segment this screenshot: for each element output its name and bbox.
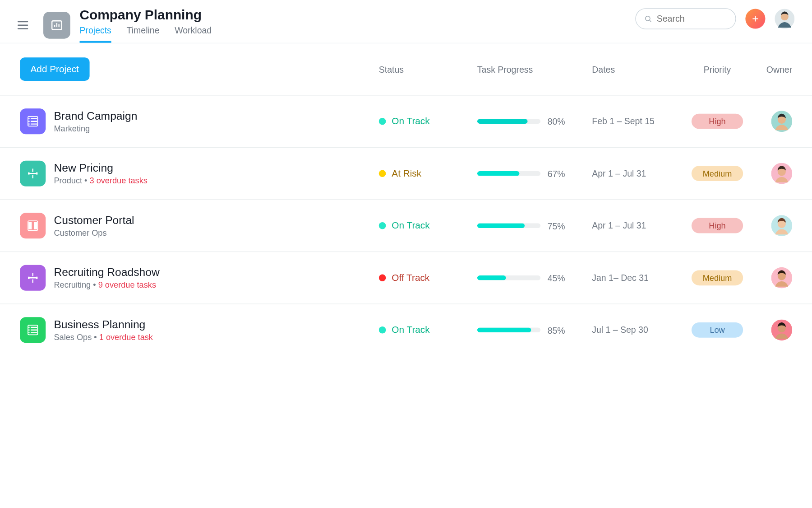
progress-cell: 45% <box>477 273 592 283</box>
overdue-warning: 3 overdue tasks <box>90 176 148 185</box>
owner-avatar[interactable] <box>771 215 792 236</box>
owner-avatar[interactable] <box>771 163 792 184</box>
priority-pill: High <box>692 218 743 233</box>
col-dates-header: Dates <box>592 64 680 74</box>
project-category: Sales Ops <box>54 332 92 342</box>
status-cell: On Track <box>379 116 477 126</box>
status-cell: At Risk <box>379 168 477 179</box>
project-icon <box>20 213 46 238</box>
status-label: On Track <box>392 116 429 126</box>
dates-cell: Jan 1– Dec 31 <box>592 273 649 283</box>
progress-bar <box>477 119 540 123</box>
header: Company Planning ProjectsTimelineWorkloa… <box>0 0 812 43</box>
status-dot-icon <box>379 170 386 177</box>
add-project-button[interactable]: Add Project <box>20 57 89 81</box>
portfolio-icon[interactable] <box>43 11 70 38</box>
project-row[interactable]: Customer PortalCustomer OpsOn Track75%Ap… <box>0 200 812 252</box>
progress-value: 75% <box>548 221 565 231</box>
svg-point-1 <box>646 16 650 20</box>
col-status-header: Status <box>379 64 477 74</box>
progress-value: 85% <box>548 325 565 335</box>
project-icon <box>20 317 46 343</box>
status-label: On Track <box>392 220 429 231</box>
project-row[interactable]: New PricingProduct • 3 overdue tasksAt R… <box>0 148 812 200</box>
progress-bar <box>477 275 540 280</box>
project-glyph-icon <box>26 271 39 284</box>
dates-cell: Feb 1 – Sept 15 <box>592 116 655 126</box>
project-glyph-icon <box>26 115 39 128</box>
progress-cell: 85% <box>477 325 592 335</box>
status-cell: On Track <box>379 325 477 335</box>
status-label: At Risk <box>392 168 421 179</box>
project-row[interactable]: Business PlanningSales Ops • 1 overdue t… <box>0 304 812 355</box>
project-name: Customer Portal <box>54 214 378 227</box>
project-category: Customer Ops <box>54 228 106 238</box>
project-icon <box>20 265 46 291</box>
tab-projects[interactable]: Projects <box>80 25 111 43</box>
overdue-warning: 1 overdue task <box>99 332 153 342</box>
project-row[interactable]: Recruiting RoadshowRecruiting • 9 overdu… <box>0 252 812 304</box>
project-category: Recruiting <box>54 280 91 289</box>
col-owner-header: Owner <box>755 64 792 74</box>
status-label: On Track <box>392 325 429 335</box>
project-name: Business Planning <box>54 318 378 331</box>
project-name: Recruiting Roadshow <box>54 266 378 279</box>
project-icon <box>20 161 46 186</box>
status-label: Off Track <box>392 273 429 283</box>
status-dot-icon <box>379 118 386 125</box>
project-name: Brand Campaign <box>54 110 378 123</box>
search-input[interactable] <box>657 14 727 23</box>
progress-bar <box>477 328 540 332</box>
project-category: Product <box>54 176 82 185</box>
priority-pill: Medium <box>692 166 743 181</box>
owner-avatar[interactable] <box>771 267 792 289</box>
status-cell: On Track <box>379 220 477 231</box>
project-glyph-icon <box>26 219 39 232</box>
progress-bar <box>477 171 540 176</box>
project-icon <box>20 108 46 134</box>
progress-cell: 80% <box>477 117 592 126</box>
plus-icon <box>751 14 760 23</box>
user-avatar[interactable] <box>775 9 794 28</box>
dates-cell: Jul 1 – Sep 30 <box>592 325 648 335</box>
owner-avatar[interactable] <box>771 319 792 340</box>
owner-avatar[interactable] <box>771 111 792 132</box>
priority-pill: Low <box>692 322 743 338</box>
columns-header: Add Project Status Task Progress Dates P… <box>0 43 812 96</box>
add-button[interactable] <box>745 9 765 28</box>
tab-timeline[interactable]: Timeline <box>127 25 160 43</box>
page-title: Company Planning <box>80 7 636 23</box>
project-glyph-icon <box>26 167 39 180</box>
dates-cell: Apr 1 – Jul 31 <box>592 220 646 230</box>
progress-value: 45% <box>548 273 565 283</box>
overdue-warning: 9 overdue tasks <box>98 280 156 289</box>
progress-cell: 67% <box>477 168 592 178</box>
progress-bar <box>477 224 540 228</box>
progress-value: 67% <box>548 168 565 178</box>
dates-cell: Apr 1 – Jul 31 <box>592 168 646 178</box>
search-container[interactable] <box>635 8 736 29</box>
progress-value: 80% <box>548 117 565 126</box>
status-cell: Off Track <box>379 273 477 283</box>
status-dot-icon <box>379 222 386 229</box>
col-progress-header: Task Progress <box>477 64 592 74</box>
project-glyph-icon <box>26 323 39 336</box>
tabs: ProjectsTimelineWorkload <box>80 25 636 43</box>
project-category: Marketing <box>54 124 90 133</box>
col-priority-header: Priority <box>680 64 755 74</box>
status-dot-icon <box>379 274 386 281</box>
priority-pill: Medium <box>692 270 743 285</box>
search-icon <box>644 14 652 23</box>
menu-icon[interactable] <box>18 19 28 32</box>
tab-workload[interactable]: Workload <box>175 25 212 43</box>
priority-pill: High <box>692 114 743 129</box>
project-name: New Pricing <box>54 162 378 175</box>
status-dot-icon <box>379 326 386 334</box>
project-row[interactable]: Brand CampaignMarketingOn Track80%Feb 1 … <box>0 96 812 148</box>
progress-cell: 75% <box>477 221 592 231</box>
